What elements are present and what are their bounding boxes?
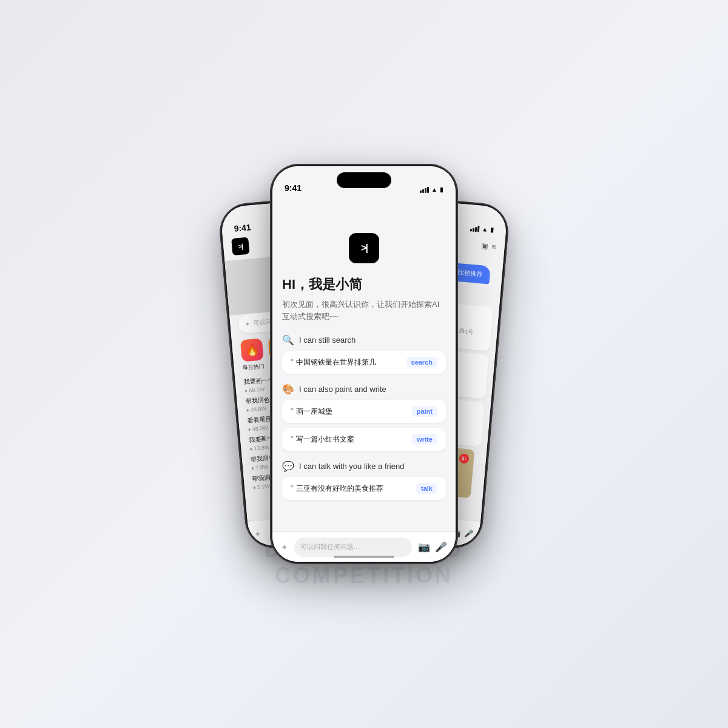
- phones-container: 9:41 ▲ ▮ >| ▣ ≡: [91, 91, 637, 637]
- status-icons-right: ▲ ▮: [470, 224, 494, 233]
- signal-right: [470, 225, 480, 232]
- cat-icon-hot: 🔥: [240, 338, 264, 362]
- spark-icon-center: ✦: [281, 542, 288, 552]
- write-action-btn[interactable]: write: [412, 434, 437, 445]
- cap-header-talk: 💬 I can talk with you like a friend: [282, 460, 446, 472]
- cap-icon-paint: 🎨: [282, 383, 294, 395]
- cap-card-talk[interactable]: " 三亚有没有好吃的美食推荐 talk: [282, 477, 446, 500]
- capability-paint: 🎨 I can also paint and write " 画一座城堡 pai…: [282, 383, 446, 451]
- cap-card-search[interactable]: " 中国钢铁量在世界排第几 search: [282, 351, 446, 374]
- cap-icon-talk: 💬: [282, 460, 294, 472]
- greeting-subtitle: 初次见面，很高兴认识你，让我们开始探索AI互动式搜索吧~~: [282, 298, 446, 322]
- cap-icon-search: 🔍: [282, 334, 294, 346]
- cap-label-paint: I can also paint and write: [299, 385, 386, 394]
- cap-text-paint: " 画一座城堡: [291, 406, 332, 417]
- cat-hot[interactable]: 🔥 每日热门: [240, 338, 265, 372]
- cap-card-paint[interactable]: " 画一座城堡 paint: [282, 400, 446, 423]
- center-nav: [272, 197, 456, 223]
- signal-center: [420, 187, 429, 193]
- search-icon-left: ✦: [244, 320, 250, 328]
- center-screen: 9:41 ▲ ▮ >|: [272, 166, 456, 562]
- mic-right[interactable]: 🎤: [464, 529, 474, 538]
- cap-label-talk: I can talk with you like a friend: [299, 462, 404, 471]
- cap-header-paint: 🎨 I can also paint and write: [282, 383, 446, 395]
- cap-text-search: " 中国钢铁量在世界排第几: [291, 357, 376, 368]
- cap-label-search: I can still search: [299, 335, 356, 345]
- map-badge: 3↑: [459, 453, 469, 463]
- wifi-right: ▲: [482, 226, 488, 233]
- nav-menu-right: ≡: [491, 243, 496, 252]
- center-content: >| HI，我是小简 初次见面，很高兴认识你，让我们开始探索AI互动式搜索吧~~…: [272, 223, 456, 531]
- nav-box-right: ▣: [481, 241, 488, 251]
- capability-search: 🔍 I can still search " 中国钢铁量在世界排第几 searc…: [282, 334, 446, 374]
- search-action-btn[interactable]: search: [406, 357, 437, 368]
- cap-header-search: 🔍 I can still search: [282, 334, 446, 346]
- status-icons-center: ▲ ▮: [420, 186, 443, 193]
- paint-action-btn[interactable]: paint: [412, 406, 437, 417]
- capability-talk: 💬 I can talk with you like a friend " 三亚…: [282, 460, 446, 500]
- logo-left: >|: [231, 237, 249, 255]
- bottom-icons-center: 📷 🎤: [418, 541, 447, 553]
- spark-icon-left: ✦: [254, 529, 261, 538]
- home-indicator-center: [334, 556, 394, 558]
- wifi-center: ▲: [431, 186, 437, 193]
- input-placeholder-center: 可以问我任何问题...: [300, 542, 359, 551]
- dynamic-island-center: [337, 172, 391, 188]
- mic-icon-center[interactable]: 🎤: [435, 541, 447, 553]
- battery-right: ▮: [490, 226, 494, 233]
- cap-card-write[interactable]: " 写一篇小红书文案 write: [282, 428, 446, 451]
- cat-label-hot: 每日热门: [242, 362, 265, 372]
- phone-center: 9:41 ▲ ▮ >|: [270, 164, 458, 564]
- talk-action-btn[interactable]: talk: [416, 483, 437, 494]
- search-input-center[interactable]: 可以问我任何问题...: [294, 538, 412, 557]
- cap-text-write: " 写一篇小红书文案: [291, 434, 354, 445]
- camera-icon-center[interactable]: 📷: [418, 541, 430, 553]
- greeting-title: HI，我是小简: [282, 275, 446, 294]
- battery-center: ▮: [440, 186, 443, 193]
- time-center: 9:41: [285, 183, 302, 193]
- time-left: 9:41: [234, 222, 251, 233]
- cap-text-talk: " 三亚有没有好吃的美食推荐: [291, 484, 383, 494]
- watermark-line2: COMPETITION: [265, 562, 464, 588]
- app-logo-center: >|: [349, 233, 379, 263]
